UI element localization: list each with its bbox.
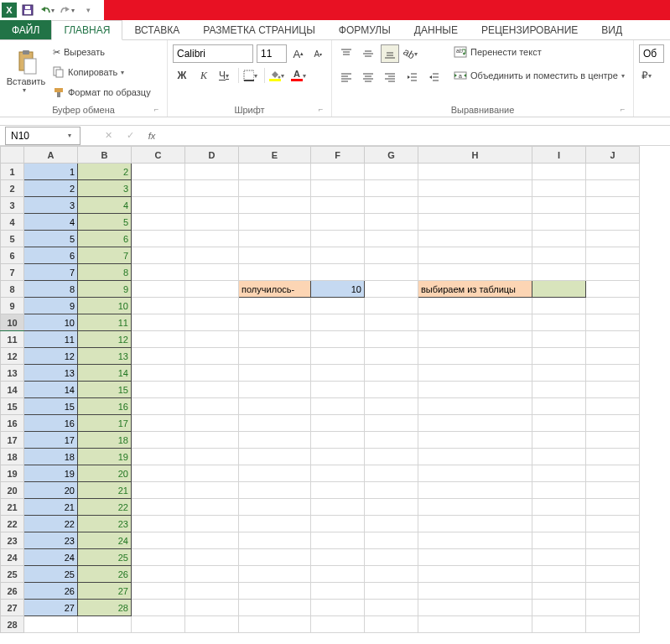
row-header-27[interactable]: 27 xyxy=(1,600,24,616)
cell-E13[interactable] xyxy=(239,365,311,382)
cell-C12[interactable] xyxy=(132,348,185,365)
cell-B8[interactable]: 9 xyxy=(78,281,132,298)
cell-F10[interactable] xyxy=(311,314,365,331)
cell-E23[interactable] xyxy=(239,532,311,549)
cell-H12[interactable] xyxy=(418,348,532,365)
cell-H4[interactable] xyxy=(418,214,532,231)
decrease-font-button[interactable]: A▾ xyxy=(310,44,327,63)
cell-F6[interactable] xyxy=(311,247,365,264)
cell-F8[interactable]: 10 xyxy=(311,281,365,298)
cell-A12[interactable]: 12 xyxy=(24,348,78,365)
cell-J17[interactable] xyxy=(586,432,640,449)
cell-C14[interactable] xyxy=(132,382,185,398)
cell-H5[interactable] xyxy=(418,231,532,247)
row-header-23[interactable]: 23 xyxy=(1,532,24,549)
cell-E15[interactable] xyxy=(239,398,311,415)
cell-D23[interactable] xyxy=(185,532,239,549)
cell-I14[interactable] xyxy=(532,382,586,398)
cell-D3[interactable] xyxy=(185,197,239,214)
cell-C26[interactable] xyxy=(132,583,185,600)
cell-E21[interactable] xyxy=(239,499,311,516)
cell-A27[interactable]: 27 xyxy=(24,600,78,616)
cell-D17[interactable] xyxy=(185,432,239,449)
column-header-J[interactable]: J xyxy=(586,147,640,164)
cell-J22[interactable] xyxy=(586,516,640,532)
spreadsheet-grid[interactable]: ABCDEFGHIJ112223334445556667778889получи… xyxy=(0,146,670,633)
cell-D11[interactable] xyxy=(185,331,239,348)
cell-C2[interactable] xyxy=(132,180,185,197)
cell-B13[interactable]: 14 xyxy=(78,365,132,382)
cell-E20[interactable] xyxy=(239,482,311,499)
column-header-F[interactable]: F xyxy=(311,147,365,164)
cell-E19[interactable] xyxy=(239,465,311,482)
cell-J2[interactable] xyxy=(586,180,640,197)
cell-I15[interactable] xyxy=(532,398,586,415)
column-header-I[interactable]: I xyxy=(532,147,586,164)
cell-C1[interactable] xyxy=(132,164,185,180)
row-header-20[interactable]: 20 xyxy=(1,482,24,499)
cell-E3[interactable] xyxy=(239,197,311,214)
cell-H23[interactable] xyxy=(418,532,532,549)
cell-I26[interactable] xyxy=(532,583,586,600)
cell-J19[interactable] xyxy=(586,465,640,482)
cell-C6[interactable] xyxy=(132,247,185,264)
cell-C16[interactable] xyxy=(132,415,185,432)
tab-file[interactable]: ФАЙЛ xyxy=(0,20,51,39)
cell-F1[interactable] xyxy=(311,164,365,180)
cell-F9[interactable] xyxy=(311,298,365,314)
cell-F2[interactable] xyxy=(311,180,365,197)
cell-C22[interactable] xyxy=(132,516,185,532)
row-header-24[interactable]: 24 xyxy=(1,549,24,566)
cell-E4[interactable] xyxy=(239,214,311,231)
cell-A7[interactable]: 7 xyxy=(24,264,78,281)
cell-J26[interactable] xyxy=(586,583,640,600)
tab-home[interactable]: ГЛАВНАЯ xyxy=(51,20,122,40)
cell-J28[interactable] xyxy=(586,616,640,633)
cell-E5[interactable] xyxy=(239,231,311,247)
cell-D12[interactable] xyxy=(185,348,239,365)
cell-D9[interactable] xyxy=(185,298,239,314)
cell-J16[interactable] xyxy=(586,415,640,432)
cell-D28[interactable] xyxy=(185,616,239,633)
align-left-button[interactable] xyxy=(337,68,356,86)
cell-G19[interactable] xyxy=(365,465,418,482)
cell-G1[interactable] xyxy=(365,164,418,180)
cell-B28[interactable] xyxy=(78,616,132,633)
cell-I3[interactable] xyxy=(532,197,586,214)
cell-D27[interactable] xyxy=(185,600,239,616)
cell-J24[interactable] xyxy=(586,549,640,566)
row-header-16[interactable]: 16 xyxy=(1,415,24,432)
cell-E11[interactable] xyxy=(239,331,311,348)
row-header-26[interactable]: 26 xyxy=(1,583,24,600)
increase-indent-button[interactable] xyxy=(424,68,443,86)
cell-A9[interactable]: 9 xyxy=(24,298,78,314)
clipboard-launcher[interactable]: ⌐ xyxy=(154,105,164,115)
cell-C28[interactable] xyxy=(132,616,185,633)
cell-B16[interactable]: 17 xyxy=(78,415,132,432)
cell-J9[interactable] xyxy=(586,298,640,314)
cell-I5[interactable] xyxy=(532,231,586,247)
row-header-13[interactable]: 13 xyxy=(1,365,24,382)
cell-I16[interactable] xyxy=(532,415,586,432)
cell-I4[interactable] xyxy=(532,214,586,231)
cell-D8[interactable] xyxy=(185,281,239,298)
cell-H2[interactable] xyxy=(418,180,532,197)
align-bottom-button[interactable] xyxy=(381,44,399,63)
cell-J8[interactable] xyxy=(586,281,640,298)
cell-B25[interactable]: 26 xyxy=(78,566,132,583)
cell-H25[interactable] xyxy=(418,566,532,583)
cell-J15[interactable] xyxy=(586,398,640,415)
alignment-launcher[interactable]: ⌐ xyxy=(621,105,631,115)
tab-review[interactable]: РЕЦЕНЗИРОВАНИЕ xyxy=(470,20,589,39)
cell-H19[interactable] xyxy=(418,465,532,482)
cell-G28[interactable] xyxy=(365,616,418,633)
cell-A10[interactable]: 10 xyxy=(24,314,78,331)
cell-G25[interactable] xyxy=(365,566,418,583)
cell-H10[interactable] xyxy=(418,314,532,331)
column-header-G[interactable]: G xyxy=(365,147,418,164)
tab-insert[interactable]: ВСТАВКА xyxy=(122,20,191,39)
cell-J7[interactable] xyxy=(586,264,640,281)
cell-I24[interactable] xyxy=(532,549,586,566)
cell-H1[interactable] xyxy=(418,164,532,180)
underline-button[interactable]: Ч▾ xyxy=(216,66,235,85)
